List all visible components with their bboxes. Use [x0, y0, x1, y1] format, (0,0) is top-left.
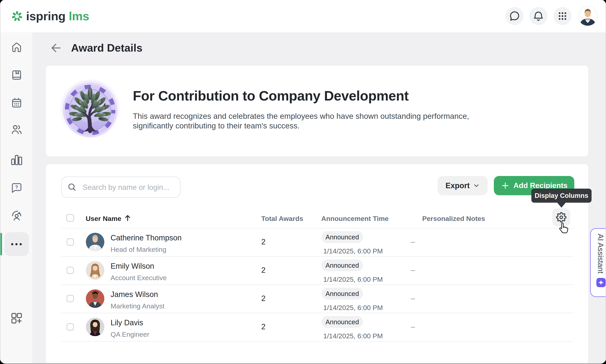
svg-text:?: ?	[15, 184, 18, 190]
